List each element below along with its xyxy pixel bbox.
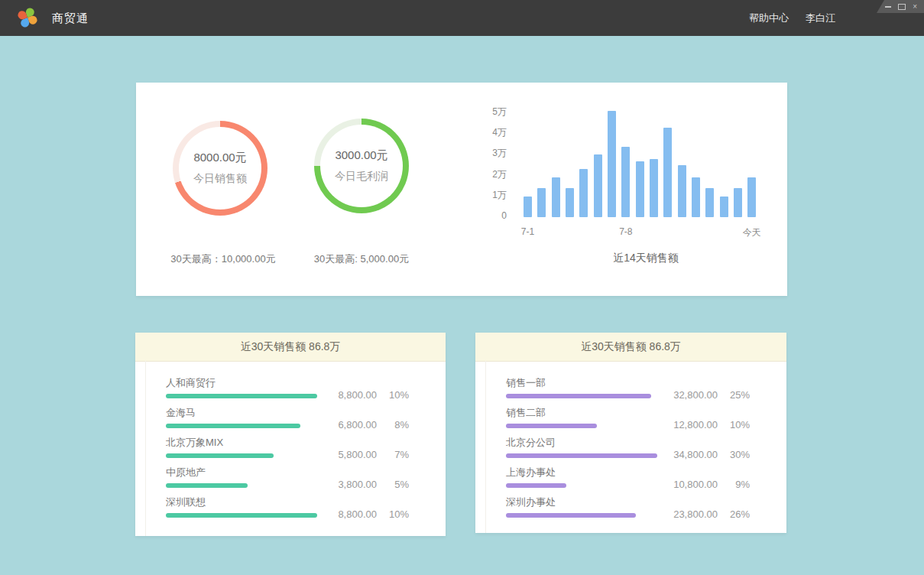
rank-item-percent: 25% bbox=[718, 389, 750, 401]
sales-bar bbox=[621, 147, 630, 218]
divider bbox=[145, 361, 146, 536]
today-profit-donut: 3000.00元 今日毛利润 bbox=[314, 119, 409, 213]
y-tick-label: 3万 bbox=[461, 147, 507, 159]
rank-item-bar bbox=[166, 424, 300, 428]
department-rank-title: 近30天销售额 86.8万 bbox=[475, 333, 786, 362]
today-profit-label: 今日毛利润 bbox=[335, 170, 388, 184]
department-rank-list: 销售一部32,800.0025%销售二部12,800.0010%北京分公司34,… bbox=[475, 362, 786, 525]
titlebar-links: 帮助中心 李白江 bbox=[749, 0, 835, 36]
rank-item-values: 8,800.0010% bbox=[316, 508, 409, 520]
rank-item-bar bbox=[166, 483, 248, 488]
sales-bar bbox=[636, 161, 644, 217]
rank-item-name: 上海办事处 bbox=[506, 466, 786, 479]
rank-item-percent: 26% bbox=[718, 508, 750, 520]
rank-item-name: 北京万象MIX bbox=[166, 436, 446, 450]
today-sales-donut: 8000.00元 今日销售额 bbox=[173, 121, 267, 216]
rank-item-amount: 10,800.00 bbox=[657, 479, 718, 490]
rank-item-values: 10,800.009% bbox=[657, 479, 750, 490]
app-logo-pinwheel-icon bbox=[17, 8, 37, 28]
rank-row: 深圳办事处23,800.0026% bbox=[506, 495, 786, 525]
rank-item-values: 3,800.005% bbox=[316, 479, 409, 490]
rank-item-values: 12,800.0010% bbox=[657, 419, 750, 430]
rank-item-values: 6,800.008% bbox=[316, 419, 409, 430]
rank-item-percent: 30% bbox=[718, 449, 750, 460]
rank-item-bar bbox=[166, 394, 317, 398]
y-tick-label: 2万 bbox=[461, 168, 507, 180]
rank-item-percent: 9% bbox=[718, 479, 750, 490]
rank-item-name: 人和商贸行 bbox=[166, 376, 446, 390]
rank-row: 人和商贸行8,800.0010% bbox=[166, 376, 446, 406]
customer-rank-card: 近30天销售额 86.8万 人和商贸行8,800.0010%金海马6,800.0… bbox=[135, 333, 446, 536]
sales-bar bbox=[650, 159, 658, 217]
rank-item-percent: 7% bbox=[377, 449, 409, 460]
rank-row: 北京万象MIX5,800.007% bbox=[166, 436, 446, 466]
department-rank-card: 近30天销售额 86.8万 销售一部32,800.0025%销售二部12,800… bbox=[475, 333, 786, 533]
help-center-link[interactable]: 帮助中心 bbox=[749, 11, 789, 25]
rank-row: 销售一部32,800.0025% bbox=[506, 376, 786, 406]
rank-item-amount: 32,800.00 bbox=[657, 389, 718, 401]
rank-item-values: 23,800.0026% bbox=[657, 508, 750, 520]
x-tick-label: 7-8 bbox=[603, 226, 649, 237]
sales-bar bbox=[734, 188, 742, 217]
rank-item-values: 32,800.0025% bbox=[657, 389, 750, 401]
app-title: 商贸通 bbox=[52, 0, 89, 36]
today-profit-value: 3000.00元 bbox=[335, 148, 387, 163]
rank-item-name: 深圳联想 bbox=[166, 495, 446, 509]
close-icon[interactable]: × bbox=[913, 3, 917, 11]
rank-item-bar bbox=[166, 453, 274, 458]
rank-item-amount: 12,800.00 bbox=[657, 419, 718, 430]
rank-item-amount: 23,800.00 bbox=[657, 508, 718, 520]
x-tick-label: 今天 bbox=[729, 226, 775, 239]
rank-item-amount: 8,800.00 bbox=[316, 508, 377, 520]
sales-bar bbox=[608, 111, 616, 217]
sales-bars bbox=[524, 110, 762, 217]
rank-item-percent: 10% bbox=[377, 389, 409, 401]
rank-item-percent: 5% bbox=[377, 479, 409, 490]
y-tick-label: 1万 bbox=[461, 189, 507, 201]
customer-rank-list: 人和商贸行8,800.0010%金海马6,800.008%北京万象MIX5,80… bbox=[135, 362, 446, 525]
sales-bar bbox=[705, 188, 714, 217]
sales-bar bbox=[678, 165, 686, 217]
rank-item-percent: 10% bbox=[377, 508, 409, 520]
rank-row: 金海马6,800.008% bbox=[166, 406, 446, 436]
sales-bar bbox=[552, 177, 560, 217]
minimize-icon[interactable] bbox=[885, 6, 891, 8]
rank-item-bar bbox=[506, 513, 636, 518]
overview-card: 8000.00元 今日销售额 30天最高：10,000.00元 3000.00元… bbox=[136, 83, 787, 296]
rank-item-amount: 6,800.00 bbox=[316, 419, 377, 430]
rank-row: 深圳联想8,800.0010% bbox=[166, 495, 446, 525]
rank-row: 销售二部12,800.0010% bbox=[506, 406, 786, 436]
today-sales-value: 8000.00元 bbox=[193, 151, 246, 165]
rank-item-values: 34,800.0030% bbox=[657, 449, 750, 460]
sales-bar bbox=[720, 197, 728, 217]
rank-item-percent: 10% bbox=[718, 419, 750, 430]
rank-item-amount: 8,800.00 bbox=[316, 389, 377, 401]
y-tick-label: 4万 bbox=[461, 126, 507, 138]
rank-item-bar bbox=[166, 513, 317, 518]
sales-bar bbox=[566, 188, 574, 217]
rank-row: 上海办事处10,800.009% bbox=[506, 466, 786, 495]
today-sales-label: 今日销售额 bbox=[193, 172, 247, 186]
sales-bar bbox=[692, 177, 700, 217]
sales-bar bbox=[747, 177, 756, 217]
rank-row: 中原地产3,800.005% bbox=[166, 466, 446, 495]
y-tick-label: 0 bbox=[461, 210, 507, 222]
rank-item-name: 销售一部 bbox=[506, 376, 786, 390]
rank-item-name: 金海马 bbox=[166, 406, 446, 420]
user-menu[interactable]: 李白江 bbox=[806, 11, 835, 25]
window-controls: × bbox=[877, 0, 924, 13]
sales-bar bbox=[537, 188, 546, 217]
y-tick-label: 5万 bbox=[461, 106, 507, 118]
sales-bar bbox=[524, 197, 532, 217]
sales-bar bbox=[594, 154, 602, 217]
rank-item-bar bbox=[506, 483, 566, 488]
customer-rank-title: 近30天销售额 86.8万 bbox=[135, 333, 446, 362]
rank-item-values: 8,800.0010% bbox=[316, 389, 409, 401]
rank-row: 北京分公司34,800.0030% bbox=[506, 436, 786, 466]
maximize-icon[interactable] bbox=[898, 4, 906, 10]
rank-item-name: 北京分公司 bbox=[506, 436, 786, 450]
sales-bar bbox=[663, 128, 672, 217]
sales-bar bbox=[579, 169, 588, 217]
rank-item-name: 销售二部 bbox=[506, 406, 786, 420]
sales-chart-title: 近14天销售额 bbox=[531, 252, 760, 265]
